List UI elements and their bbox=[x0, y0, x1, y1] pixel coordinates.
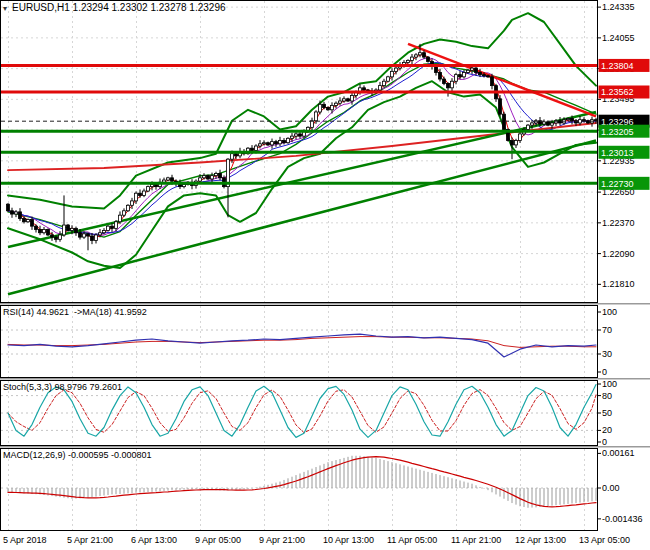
stochastic-panel[interactable]: 1008050200 Stoch(5,3,3) 98.9796 79.2601 bbox=[0, 380, 650, 446]
chart-title-text: EURUSD,H1 1.23294 1.23302 1.23278 1.2329… bbox=[12, 2, 226, 13]
chart-window: 1.243351.240551.237751.234951.232151.229… bbox=[0, 0, 650, 550]
support-price-badge-label: 1.22730 bbox=[601, 179, 634, 189]
time-tick-label: 11 Apr 05:00 bbox=[387, 535, 437, 545]
macd-scale-label: 0.00 bbox=[602, 483, 620, 493]
rsi-scale-label: 30 bbox=[602, 349, 612, 359]
main-chart-canvas[interactable]: 1.243351.240551.237751.234951.232151.229… bbox=[0, 0, 650, 303]
stochastic-scale-label: 0 bbox=[602, 437, 607, 446]
rsi-label: RSI(14) 44.9621 ->MA(18) 41.9592 bbox=[3, 307, 147, 317]
resistance-price-badge-label: 1.23562 bbox=[601, 87, 634, 97]
resistance-price-badge-label: 1.23804 bbox=[601, 61, 634, 71]
time-tick-label: 5 Apr 2018 bbox=[3, 535, 47, 545]
support-price-badge-label: 1.23205 bbox=[601, 127, 634, 137]
time-tick-label: 9 Apr 05:00 bbox=[195, 535, 241, 545]
symbol-dropdown-icon[interactable]: ▾ bbox=[3, 4, 7, 13]
macd-panel[interactable]: 0.001610.00-0.001436 MACD(12,26,9) -0.00… bbox=[0, 448, 650, 531]
main-chart-panel[interactable]: 1.243351.240551.237751.234951.232151.229… bbox=[0, 0, 650, 303]
price-tick-label: 1.24335 bbox=[602, 2, 635, 12]
time-tick-label: 6 Apr 13:00 bbox=[131, 535, 177, 545]
stochastic-scale-label: 80 bbox=[602, 391, 612, 401]
time-tick-label: 10 Apr 13:00 bbox=[323, 535, 374, 545]
time-tick-label: 11 Apr 21:00 bbox=[451, 535, 501, 545]
stochastic-scale-label: 50 bbox=[602, 408, 612, 418]
macd-label: MACD(12,26,9) -0.000595 -0.000801 bbox=[3, 450, 152, 460]
macd-canvas[interactable]: 0.001610.00-0.001436 bbox=[0, 448, 650, 531]
rsi-scale-label: 70 bbox=[602, 325, 612, 335]
stochastic-scale-label: 20 bbox=[602, 425, 612, 435]
time-tick-label: 5 Apr 21:00 bbox=[67, 535, 113, 545]
time-tick-label: 12 Apr 13:00 bbox=[515, 535, 566, 545]
price-tick-label: 1.22370 bbox=[602, 218, 635, 228]
price-tick-label: 1.22090 bbox=[602, 249, 635, 259]
time-axis[interactable]: 5 Apr 20185 Apr 21:006 Apr 13:009 Apr 05… bbox=[0, 531, 650, 550]
rsi-scale-label: 0 bbox=[602, 367, 607, 377]
macd-scale-label: -0.001436 bbox=[602, 514, 643, 524]
time-tick-label: 9 Apr 21:00 bbox=[259, 535, 305, 545]
trendline-1[interactable] bbox=[8, 141, 596, 295]
rsi-panel[interactable]: 10070300 RSI(14) 44.9621 ->MA(18) 41.959… bbox=[0, 305, 650, 378]
chart-title: ▾EURUSD,H1 1.23294 1.23302 1.23278 1.232… bbox=[3, 2, 226, 13]
support-price-badge-label: 1.23013 bbox=[601, 148, 634, 158]
macd-scale-label: 0.00161 bbox=[602, 448, 635, 458]
time-tick-label: 13 Apr 05:00 bbox=[579, 535, 630, 545]
price-tick-label: 1.24055 bbox=[602, 33, 635, 43]
price-tick-label: 1.21810 bbox=[602, 279, 635, 289]
stochastic-label: Stoch(5,3,3) 98.9796 79.2601 bbox=[3, 382, 122, 392]
stochastic-scale-label: 100 bbox=[602, 380, 617, 389]
rsi-scale-label: 100 bbox=[602, 307, 617, 317]
